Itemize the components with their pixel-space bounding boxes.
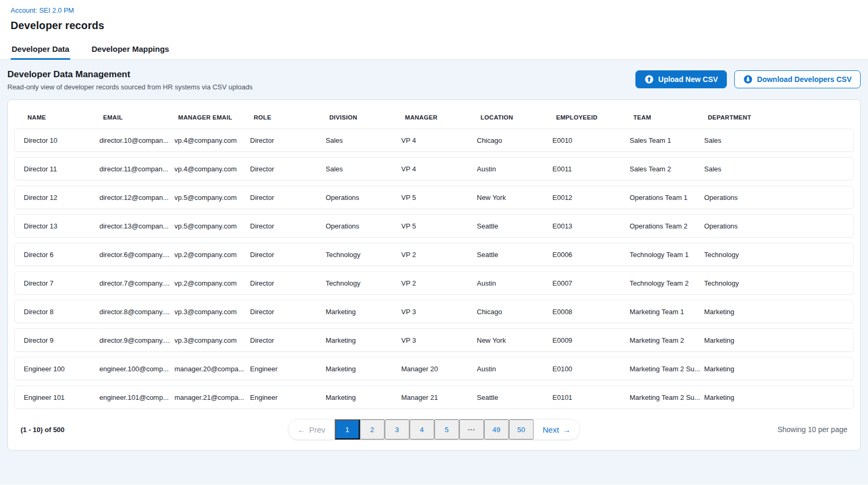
cell-department: Sales xyxy=(704,165,853,173)
cell-division: Sales xyxy=(326,136,401,144)
prev-label: Prev xyxy=(309,425,326,434)
tab-developer-data[interactable]: Developer Data xyxy=(11,39,70,59)
cell-division: Marketing xyxy=(326,394,401,401)
download-csv-button[interactable]: Download Developers CSV xyxy=(734,70,861,88)
cell-manager-email: vp.3@company.com xyxy=(174,336,250,344)
table-body: Director 10director.10@compan...vp.4@com… xyxy=(14,129,854,409)
account-link[interactable]: Account: SEI 2.0 PM xyxy=(11,6,74,14)
cell-name: Director 7 xyxy=(24,279,99,287)
cell-division: Operations xyxy=(326,194,401,202)
upload-csv-label: Upload New CSV xyxy=(658,75,718,84)
cell-team: Operations Team 1 xyxy=(630,194,704,202)
cell-division: Operations xyxy=(326,222,401,230)
section-title: Developer Data Management xyxy=(7,69,253,80)
cell-location: Seattle xyxy=(477,222,552,230)
cell-location: Seattle xyxy=(477,394,552,401)
page-button-49[interactable]: 49 xyxy=(484,419,509,440)
prev-page-button[interactable]: ← Prev xyxy=(289,419,335,440)
cell-role: Director xyxy=(250,308,326,316)
cell-name: Director 11 xyxy=(24,165,99,173)
cell-manager-email: vp.2@company.com xyxy=(174,251,250,259)
cell-department: Sales xyxy=(704,136,853,144)
arrow-left-icon: ← xyxy=(298,425,306,434)
cell-team: Technology Team 2 xyxy=(630,279,704,287)
content-area: Developer Data Management Read-only view… xyxy=(0,60,868,484)
cell-manager-email: vp.4@company.com xyxy=(174,136,250,144)
next-label: Next xyxy=(543,425,559,434)
cell-email: director.11@compan... xyxy=(99,165,174,173)
column-header-manager-email: MANAGER EMAIL xyxy=(178,114,254,121)
page-title: Developer records xyxy=(11,20,857,32)
cell-location: Seattle xyxy=(477,251,552,259)
cell-email: director.9@company.... xyxy=(99,336,174,344)
page-button-3[interactable]: 3 xyxy=(385,419,410,440)
cell-name: Director 8 xyxy=(24,308,99,316)
table-row: Director 7director.7@company....vp.2@com… xyxy=(14,271,854,295)
cell-division: Sales xyxy=(326,165,401,173)
csv-actions: Upload New CSV Download Developers CSV xyxy=(635,69,861,88)
column-header-department: DEPARTMENT xyxy=(708,114,854,121)
cell-email: director.13@compan... xyxy=(99,222,174,230)
column-header-email: EMAIL xyxy=(103,114,178,121)
upload-icon xyxy=(644,75,654,84)
upload-csv-button[interactable]: Upload New CSV xyxy=(635,70,727,88)
cell-manager-email: vp.5@company.com xyxy=(174,194,250,202)
cell-email: director.7@company.... xyxy=(99,279,174,287)
download-icon xyxy=(743,75,753,84)
page-ellipsis: ••• xyxy=(459,419,484,440)
cell-team: Marketing Team 2 Su... xyxy=(630,394,704,401)
cell-department: Operations xyxy=(704,194,853,202)
cell-name: Director 12 xyxy=(24,194,99,202)
cell-employeeid: E0008 xyxy=(552,308,630,316)
cell-manager: VP 5 xyxy=(401,222,477,230)
cell-department: Marketing xyxy=(704,336,853,344)
cell-employeeid: E0013 xyxy=(552,222,630,230)
tab-developer-mappings[interactable]: Developer Mappings xyxy=(90,39,170,59)
cell-team: Marketing Team 2 Su... xyxy=(630,365,704,373)
page-button-50[interactable]: 50 xyxy=(509,419,534,440)
page-button-4[interactable]: 4 xyxy=(410,419,435,440)
cell-team: Sales Team 1 xyxy=(630,136,704,144)
page-button-1[interactable]: 1 xyxy=(335,419,360,440)
cell-division: Technology xyxy=(326,279,401,287)
cell-role: Director xyxy=(250,194,326,202)
column-header-division: DIVISION xyxy=(329,114,405,121)
per-page-text: Showing 10 per page xyxy=(778,425,847,434)
download-csv-label: Download Developers CSV xyxy=(757,75,852,84)
cell-email: engineer.100@comp... xyxy=(99,365,174,373)
section-subtitle: Read-only view of developer records sour… xyxy=(7,83,253,91)
arrow-right-icon: → xyxy=(562,425,570,434)
cell-name: Director 13 xyxy=(24,222,99,230)
table-row: Director 13director.13@compan...vp.5@com… xyxy=(14,214,854,237)
cell-division: Marketing xyxy=(326,308,401,316)
table-row: Director 9director.9@company....vp.3@com… xyxy=(14,328,854,352)
cell-employeeid: E0101 xyxy=(552,394,630,401)
cell-employeeid: E0011 xyxy=(552,165,630,173)
column-header-manager: MANAGER xyxy=(405,114,481,121)
cell-manager: VP 4 xyxy=(401,165,477,173)
column-header-role: ROLE xyxy=(254,114,329,121)
cell-email: director.8@company.... xyxy=(99,308,174,316)
page-button-2[interactable]: 2 xyxy=(360,419,385,440)
cell-team: Marketing Team 1 xyxy=(630,308,704,316)
cell-location: Chicago xyxy=(477,136,552,144)
tab-bar: Developer Data Developer Mappings xyxy=(0,39,868,60)
page-button-5[interactable]: 5 xyxy=(435,419,459,440)
cell-division: Marketing xyxy=(326,336,401,344)
cell-employeeid: E0012 xyxy=(552,194,630,202)
cell-role: Director xyxy=(250,336,326,344)
cell-manager-email: vp.4@company.com xyxy=(174,165,250,173)
cell-division: Marketing xyxy=(326,365,401,373)
pagination: ← Prev 12345•••4950 Next → xyxy=(288,419,580,440)
cell-email: director.10@compan... xyxy=(99,136,174,144)
section-header: Developer Data Management Read-only view… xyxy=(0,69,868,91)
cell-location: Austin xyxy=(477,279,552,287)
column-header-team: TEAM xyxy=(633,114,708,121)
cell-location: Austin xyxy=(477,165,552,173)
cell-department: Marketing xyxy=(704,394,853,401)
cell-email: director.6@company.... xyxy=(99,251,174,259)
page-header: Account: SEI 2.0 PM Developer records xyxy=(0,0,868,32)
next-page-button[interactable]: Next → xyxy=(534,419,580,440)
cell-role: Engineer xyxy=(250,394,326,401)
cell-name: Engineer 101 xyxy=(24,394,99,401)
